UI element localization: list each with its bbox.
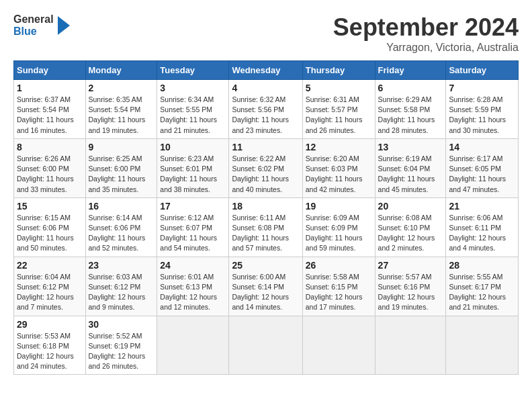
table-row: 15Sunrise: 6:15 AMSunset: 6:06 PMDayligh… [14,197,86,257]
day-number: 15 [17,201,83,212]
day-info: Sunrise: 6:04 AMSunset: 6:12 PMDaylight:… [17,272,83,313]
day-number: 3 [160,83,226,93]
table-row: 25Sunrise: 6:00 AMSunset: 6:14 PMDayligh… [229,257,302,316]
page-header: General Blue September 2024 Yarragon, Vi… [13,13,519,54]
table-row: 17Sunrise: 6:12 AMSunset: 6:07 PMDayligh… [157,197,229,257]
table-row: 26Sunrise: 5:58 AMSunset: 6:15 PMDayligh… [302,257,375,316]
calendar-week-row: 22Sunrise: 6:04 AMSunset: 6:12 PMDayligh… [14,257,519,316]
location-subtitle: Yarragon, Victoria, Australia [333,42,519,54]
day-number: 16 [89,201,154,212]
day-info: Sunrise: 6:23 AMSunset: 6:01 PMDaylight:… [160,154,226,195]
day-info: Sunrise: 6:26 AMSunset: 6:00 PMDaylight:… [17,154,83,195]
day-info: Sunrise: 6:29 AMSunset: 5:58 PMDaylight:… [378,95,443,136]
day-info: Sunrise: 6:34 AMSunset: 5:55 PMDaylight:… [160,95,226,136]
day-number: 13 [378,142,443,152]
table-row: 11Sunrise: 6:22 AMSunset: 6:02 PMDayligh… [229,138,302,197]
calendar-table: Sunday Monday Tuesday Wednesday Thursday… [13,60,519,375]
table-row: 8Sunrise: 6:26 AMSunset: 6:00 PMDaylight… [14,138,86,197]
month-title: September 2024 [333,13,519,42]
table-row: 19Sunrise: 6:09 AMSunset: 6:09 PMDayligh… [302,197,375,257]
svg-marker-0 [58,16,70,35]
day-number: 28 [449,260,515,271]
day-number: 12 [306,142,372,152]
day-info: Sunrise: 5:53 AMSunset: 6:18 PMDaylight:… [17,331,83,372]
day-info: Sunrise: 6:28 AMSunset: 5:59 PMDaylight:… [449,95,515,136]
day-number: 26 [306,260,372,271]
day-number: 18 [232,201,299,212]
table-row: 27Sunrise: 5:57 AMSunset: 6:16 PMDayligh… [375,257,446,316]
table-row: 20Sunrise: 6:08 AMSunset: 6:10 PMDayligh… [375,197,446,257]
logo-text-container: General Blue [13,13,54,37]
day-number: 6 [378,83,443,93]
day-number: 10 [160,142,226,152]
day-number: 7 [449,83,515,93]
day-number: 21 [449,201,515,212]
table-row: 16Sunrise: 6:14 AMSunset: 6:06 PMDayligh… [85,197,157,257]
day-number: 2 [89,83,154,93]
table-row: 23Sunrise: 6:03 AMSunset: 6:12 PMDayligh… [85,257,157,316]
day-info: Sunrise: 5:55 AMSunset: 6:17 PMDaylight:… [449,272,515,313]
day-number: 25 [232,260,299,271]
table-row: 9Sunrise: 6:25 AMSunset: 6:00 PMDaylight… [85,138,157,197]
table-row [302,316,375,375]
day-info: Sunrise: 6:03 AMSunset: 6:12 PMDaylight:… [89,272,154,313]
table-row: 14Sunrise: 6:17 AMSunset: 6:05 PMDayligh… [446,138,519,197]
table-row: 13Sunrise: 6:19 AMSunset: 6:04 PMDayligh… [375,138,446,197]
day-number: 17 [160,201,226,212]
title-block: September 2024 Yarragon, Victoria, Austr… [333,13,519,54]
day-number: 27 [378,260,443,271]
day-number: 29 [17,319,83,330]
logo-general: General [13,13,54,26]
col-sunday: Sunday [14,61,86,80]
day-number: 30 [89,319,154,330]
table-row [157,316,229,375]
day-info: Sunrise: 6:19 AMSunset: 6:04 PMDaylight:… [378,154,443,195]
col-friday: Friday [375,61,446,80]
day-info: Sunrise: 6:31 AMSunset: 5:57 PMDaylight:… [306,95,372,136]
day-info: Sunrise: 5:57 AMSunset: 6:16 PMDaylight:… [378,272,443,313]
day-number: 1 [17,83,83,93]
day-info: Sunrise: 6:37 AMSunset: 5:54 PMDaylight:… [17,95,83,136]
calendar-week-row: 15Sunrise: 6:15 AMSunset: 6:06 PMDayligh… [14,197,519,257]
day-number: 11 [232,142,299,152]
day-info: Sunrise: 6:06 AMSunset: 6:11 PMDaylight:… [449,213,515,254]
day-info: Sunrise: 6:17 AMSunset: 6:05 PMDaylight:… [449,154,515,195]
table-row: 6Sunrise: 6:29 AMSunset: 5:58 PMDaylight… [375,80,446,139]
table-row: 12Sunrise: 6:20 AMSunset: 6:03 PMDayligh… [302,138,375,197]
calendar-week-row: 1Sunrise: 6:37 AMSunset: 5:54 PMDaylight… [14,80,519,139]
day-info: Sunrise: 6:14 AMSunset: 6:06 PMDaylight:… [89,213,154,254]
table-row: 5Sunrise: 6:31 AMSunset: 5:57 PMDaylight… [302,80,375,139]
table-row: 4Sunrise: 6:32 AMSunset: 5:56 PMDaylight… [229,80,302,139]
day-number: 9 [89,142,154,152]
day-info: Sunrise: 6:00 AMSunset: 6:14 PMDaylight:… [232,272,299,313]
day-info: Sunrise: 6:08 AMSunset: 6:10 PMDaylight:… [378,213,443,254]
col-wednesday: Wednesday [229,61,302,80]
day-info: Sunrise: 6:15 AMSunset: 6:06 PMDaylight:… [17,213,83,254]
day-info: Sunrise: 6:32 AMSunset: 5:56 PMDaylight:… [232,95,299,136]
table-row: 21Sunrise: 6:06 AMSunset: 6:11 PMDayligh… [446,197,519,257]
table-row: 3Sunrise: 6:34 AMSunset: 5:55 PMDaylight… [157,80,229,139]
day-info: Sunrise: 6:01 AMSunset: 6:13 PMDaylight:… [160,272,226,313]
table-row: 2Sunrise: 6:35 AMSunset: 5:54 PMDaylight… [85,80,157,139]
col-tuesday: Tuesday [157,61,229,80]
calendar-week-row: 29Sunrise: 5:53 AMSunset: 6:18 PMDayligh… [14,316,519,375]
day-number: 23 [89,260,154,271]
table-row: 7Sunrise: 6:28 AMSunset: 5:59 PMDaylight… [446,80,519,139]
calendar-header-row: Sunday Monday Tuesday Wednesday Thursday… [14,61,519,80]
day-info: Sunrise: 6:22 AMSunset: 6:02 PMDaylight:… [232,154,299,195]
day-info: Sunrise: 6:09 AMSunset: 6:09 PMDaylight:… [306,213,372,254]
table-row: 24Sunrise: 6:01 AMSunset: 6:13 PMDayligh… [157,257,229,316]
day-info: Sunrise: 5:52 AMSunset: 6:19 PMDaylight:… [89,331,154,372]
day-info: Sunrise: 6:35 AMSunset: 5:54 PMDaylight:… [89,95,154,136]
table-row [446,316,519,375]
day-info: Sunrise: 5:58 AMSunset: 6:15 PMDaylight:… [306,272,372,313]
col-saturday: Saturday [446,61,519,80]
col-thursday: Thursday [302,61,375,80]
day-number: 5 [306,83,372,93]
table-row: 28Sunrise: 5:55 AMSunset: 6:17 PMDayligh… [446,257,519,316]
table-row: 18Sunrise: 6:11 AMSunset: 6:08 PMDayligh… [229,197,302,257]
day-number: 24 [160,260,226,271]
day-info: Sunrise: 6:20 AMSunset: 6:03 PMDaylight:… [306,154,372,195]
day-info: Sunrise: 6:25 AMSunset: 6:00 PMDaylight:… [89,154,154,195]
day-info: Sunrise: 6:12 AMSunset: 6:07 PMDaylight:… [160,213,226,254]
